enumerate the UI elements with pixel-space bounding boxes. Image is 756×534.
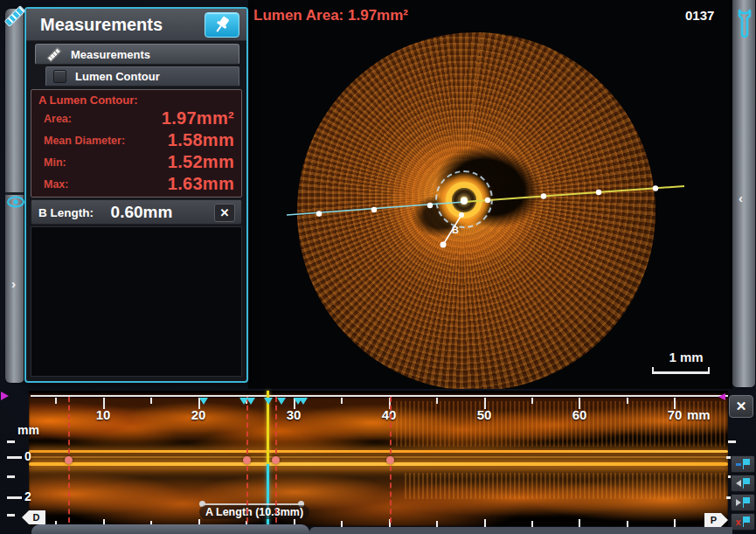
bookmark-marker[interactable]	[199, 398, 208, 405]
depth-axis-tick	[7, 496, 22, 499]
frame-cut-dot[interactable]	[272, 456, 280, 464]
depth-axis-tick	[7, 440, 15, 443]
ruler-label: 40	[374, 407, 404, 422]
measurements-tool-button-label: Measurements	[71, 48, 150, 61]
frame-number: 0137	[685, 8, 714, 23]
bookmark-flag-icon	[743, 459, 751, 469]
bottom-tick	[341, 521, 343, 527]
depth-axis-tick	[7, 514, 15, 517]
ruler-label: 60	[565, 407, 594, 422]
b-length-row: B Length: 0.60mm ✕	[31, 199, 242, 225]
bookmark-flag-icon	[743, 497, 751, 508]
bookmark-flag-icon	[743, 517, 751, 527]
lumen-contour-results-box: A Lumen Contour: Area: 1.97mm² Mean Diam…	[31, 89, 242, 198]
depth-axis-unit-label: mm	[17, 423, 39, 437]
previous-arrow-icon	[736, 480, 741, 487]
bookmark-marker[interactable]	[264, 398, 273, 405]
measurement-label: Mean Diameter:	[40, 135, 125, 147]
measurements-panel: Measurements Measurements Lumen Contour …	[24, 7, 248, 383]
lumen-area-value: 1.97mm²	[348, 7, 408, 24]
pullback-end-marker	[718, 393, 725, 400]
ruler-tick	[341, 398, 343, 404]
ruler-tick	[55, 398, 57, 404]
delete-bookmark-button[interactable]: x	[731, 513, 755, 531]
lumen-area-readout: Lumen Area: 1.97mm²	[253, 7, 408, 24]
measurement-row: Min: 1.52mm	[40, 151, 234, 173]
lumen-contour-results-title: A Lumen Contour:	[38, 94, 138, 107]
delete-b-length-button[interactable]: ✕	[214, 204, 235, 222]
next-bookmark-button[interactable]	[731, 494, 755, 511]
distal-flag: D	[22, 510, 45, 524]
depth-axis-tick	[7, 456, 22, 459]
depth-axis-label: 0	[24, 449, 31, 463]
eye-icon[interactable]	[6, 193, 25, 211]
frame-cut-dot[interactable]	[243, 456, 251, 464]
right-drawer-handle[interactable]	[732, 0, 755, 387]
depth-axis-label: 2	[24, 489, 31, 503]
oct-cross-section-view[interactable]: B 1 mm	[248, 0, 732, 389]
ruler-tick	[150, 398, 152, 404]
ruler-unit-label: mm	[687, 407, 711, 422]
measurement-lines-overlay: B	[248, 0, 732, 389]
ruler-tick	[627, 398, 628, 404]
pullback-start-marker	[1, 392, 9, 400]
measurement-value: 1.58mm	[168, 130, 234, 150]
measurements-panel-body	[31, 226, 242, 377]
longitudinal-overlay: mm mm 0 2 A Length (10.3mm) D P ✕	[0, 389, 756, 534]
ruler-label: 20	[184, 407, 213, 422]
add-bookmark-icon	[736, 463, 741, 466]
scale-bar	[652, 367, 710, 374]
depth-axis-tick	[728, 440, 736, 443]
ruler-label: 10	[88, 407, 118, 422]
b-measurement-label: B	[452, 225, 459, 235]
a-length-label: A Length (10.3mm)	[199, 505, 309, 519]
frame-cut-dot[interactable]	[386, 456, 394, 464]
wrench-icon[interactable]	[736, 9, 753, 38]
ruler-icon	[46, 46, 62, 62]
bottom-edge-bar	[31, 524, 309, 534]
bookmark-marker[interactable]	[277, 398, 286, 405]
pin-panel-button[interactable]	[205, 12, 239, 38]
frame-cut-dot[interactable]	[65, 456, 73, 464]
bottom-tick	[627, 521, 628, 527]
measurement-row: Max: 1.63mm	[40, 173, 234, 195]
next-arrow-icon	[736, 499, 741, 506]
expand-left-panel-chevron-icon[interactable]: ›	[11, 277, 16, 290]
bottom-edge-bar	[309, 527, 732, 534]
pushpin-icon	[205, 13, 239, 37]
measurements-tool-button[interactable]: Measurements	[35, 44, 239, 65]
previous-bookmark-button[interactable]	[731, 475, 755, 492]
close-icon: ✕	[736, 399, 747, 414]
close-longitudinal-view-button[interactable]: ✕	[729, 395, 753, 418]
b-length-label: B Length:	[38, 206, 94, 219]
measurement-label: Area:	[40, 113, 72, 125]
scale-bar-label: 1 mm	[659, 350, 713, 364]
proximal-flag: P	[704, 513, 728, 527]
measurement-row: Mean Diameter: 1.58mm	[40, 129, 234, 151]
delete-icon: x	[735, 517, 740, 527]
depth-axis-tick	[7, 475, 15, 478]
bookmark-flag-icon	[743, 478, 751, 489]
bookmark-marker[interactable]	[299, 398, 308, 405]
measurements-panel-header[interactable]: Measurements	[26, 9, 246, 41]
bookmark-marker[interactable]	[246, 398, 255, 405]
measurement-value: 1.63mm	[168, 174, 234, 194]
measurement-label: Min:	[40, 156, 66, 169]
lumen-contour-checkbox[interactable]	[53, 70, 66, 83]
panel-title: Measurements	[40, 15, 163, 35]
oct-workstation-screen: B 1 mm › ‹ Measurements	[0, 0, 756, 534]
add-bookmark-button[interactable]	[731, 455, 755, 473]
measurement-row: Area: 1.97mm²	[40, 107, 234, 129]
ruler-label: 30	[279, 407, 309, 422]
measurement-label: Max:	[40, 178, 68, 191]
lumen-area-label: Lumen Area:	[253, 7, 343, 24]
lumen-contour-toggle-row[interactable]: Lumen Contour	[45, 66, 239, 87]
measurement-value: 1.97mm²	[162, 108, 234, 128]
bottom-tick	[436, 521, 438, 527]
ruler-tick	[531, 398, 533, 404]
close-icon: ✕	[220, 206, 230, 219]
longitudinal-ruler	[31, 395, 728, 397]
collapse-right-panel-chevron-icon[interactable]: ‹	[739, 191, 743, 205]
bottom-tick	[531, 521, 533, 527]
measurement-value: 1.52mm	[168, 152, 234, 172]
